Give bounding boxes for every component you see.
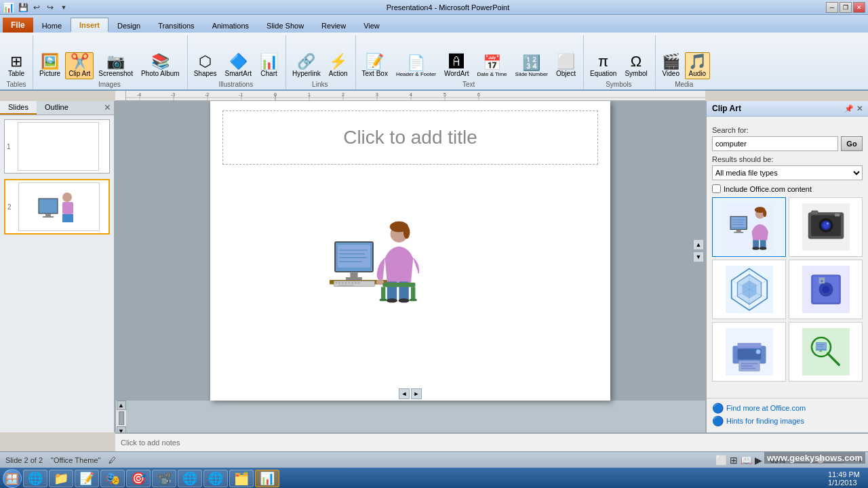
chart-button[interactable]: 📊 Chart xyxy=(256,52,281,79)
clip-art-item-2[interactable] xyxy=(789,197,863,257)
headerfooter-button[interactable]: 📄 Header & Footer xyxy=(393,54,439,79)
clipart-button[interactable]: ✂️ Clip Art xyxy=(65,52,94,79)
window-controls: ─ ❐ ✕ xyxy=(826,2,865,13)
taskbar-app1[interactable]: 🗂️ xyxy=(229,470,254,487)
smartart-button[interactable]: 🔷 SmartArt xyxy=(222,52,255,79)
hints-icon: 🔵 xyxy=(712,415,724,426)
include-office-label: Include Office.com content xyxy=(724,185,812,193)
video-button[interactable]: 🎬 Video xyxy=(658,52,684,79)
redo-btn[interactable]: ↪ xyxy=(44,1,56,14)
title-bar: 📊 💾 ↩ ↪ ▼ Presentation4 - Microsoft Powe… xyxy=(0,0,868,15)
tab-design[interactable]: Design xyxy=(108,18,149,33)
undo-btn[interactable]: ↩ xyxy=(31,1,43,14)
more-btn[interactable]: ▼ xyxy=(58,1,70,14)
action-button[interactable]: ⚡ Action xyxy=(326,52,351,79)
slides-panel-close[interactable]: ✕ xyxy=(101,101,114,115)
table-button[interactable]: ⊞ Table xyxy=(4,52,28,79)
wordart-icon: 🅰 xyxy=(449,54,464,69)
clip-art-item-4[interactable] xyxy=(789,260,863,319)
scroll-down[interactable]: ▼ xyxy=(693,251,704,262)
photoalbum-button[interactable]: 📚 Photo Album xyxy=(138,52,183,79)
restore-button[interactable]: ❐ xyxy=(840,2,852,13)
slide-thumb-2[interactable]: 2 xyxy=(4,179,110,235)
slidenumber-button[interactable]: 🔢 Slide Number xyxy=(512,54,551,79)
svg-text:2: 2 xyxy=(342,92,344,97)
minimize-button[interactable]: ─ xyxy=(826,2,838,13)
tab-slideshow[interactable]: Slide Show xyxy=(258,18,313,33)
notes-area[interactable]: Click to add notes xyxy=(115,432,868,451)
symbol-label: Symbol xyxy=(625,70,647,77)
shapes-button[interactable]: ⬡ Shapes xyxy=(191,52,220,79)
datetime-button[interactable]: 📅 Date & Time xyxy=(474,54,511,79)
title-placeholder[interactable]: Click to add title xyxy=(222,110,598,165)
taskbar-firefox[interactable]: 🌐 xyxy=(203,470,228,487)
panel-resize-handle[interactable]: ▲ ▼ xyxy=(115,401,126,432)
tab-home[interactable]: Home xyxy=(33,18,71,33)
scroll-right[interactable]: ► xyxy=(411,388,422,399)
include-office-checkbox[interactable] xyxy=(712,184,721,193)
clip-art-item-1[interactable] xyxy=(712,197,786,257)
taskbar-notepad[interactable]: 📝 xyxy=(75,470,99,487)
outline-tab[interactable]: Outline xyxy=(37,101,77,115)
equation-button[interactable]: π Equation xyxy=(587,52,620,79)
hyperlink-button[interactable]: 🔗 Hyperlink xyxy=(289,52,324,79)
view-grid-btn[interactable]: ⊞ xyxy=(730,455,738,466)
scroll-up[interactable]: ▲ xyxy=(693,239,704,250)
slide-thumb-1[interactable]: 1 xyxy=(4,119,110,174)
tab-animations[interactable]: Animations xyxy=(203,18,258,33)
view-slideshow-btn[interactable]: ▶ xyxy=(755,455,762,466)
textbox-button[interactable]: 📝 Text Box xyxy=(359,52,391,79)
audio-button[interactable]: 🎵 Audio xyxy=(685,52,710,79)
resize-down[interactable]: ▼ xyxy=(117,426,126,432)
resize-up[interactable]: ▲ xyxy=(117,401,126,410)
svg-text:-2: -2 xyxy=(205,92,209,97)
picture-button[interactable]: 🖼️ Picture xyxy=(36,52,64,79)
taskbar-explorer[interactable]: 📁 xyxy=(49,470,73,487)
close-button[interactable]: ✕ xyxy=(853,2,865,13)
tab-view[interactable]: View xyxy=(355,18,389,33)
clip-art-go-button[interactable]: Go xyxy=(841,136,863,151)
clip-art-image[interactable] xyxy=(319,209,427,318)
tab-review[interactable]: Review xyxy=(313,18,355,33)
watermark: www.geekyshows.com xyxy=(764,452,865,464)
svg-rect-52 xyxy=(342,282,344,283)
wordart-button[interactable]: 🅰 WordArt xyxy=(441,52,473,79)
clip-art-search-row: Go xyxy=(712,136,863,151)
clip-art-item-3[interactable] xyxy=(712,260,786,319)
object-button[interactable]: ⬜ Object xyxy=(553,52,579,79)
images-group-label: Images xyxy=(36,79,183,88)
taskbar-internet-explorer[interactable]: 🌐 xyxy=(23,470,47,487)
clip-art-search-input[interactable] xyxy=(712,136,838,151)
clip-art-panel-title: Clip Art xyxy=(712,104,741,113)
action-icon: ⚡ xyxy=(329,54,347,69)
taskbar-browser2[interactable]: 🌐 xyxy=(178,470,202,487)
scroll-left[interactable]: ◄ xyxy=(399,388,410,399)
svg-point-93 xyxy=(826,222,829,225)
view-reading-btn[interactable]: 📖 xyxy=(741,455,752,466)
taskbar-target[interactable]: 🎯 xyxy=(126,470,151,487)
clip-art-pin-btn[interactable]: 📌 xyxy=(844,104,854,113)
clip-art-close-btn[interactable]: ✕ xyxy=(856,104,863,113)
taskbar-video[interactable]: 📽️ xyxy=(152,470,176,487)
hints-link[interactable]: 🔵 Hints for finding images xyxy=(712,415,863,426)
symbol-button[interactable]: Ω Symbol xyxy=(621,52,650,79)
clip-art-item-5[interactable] xyxy=(712,322,786,382)
file-tab[interactable]: File xyxy=(3,18,33,33)
explorer-icon: 📁 xyxy=(54,471,68,486)
hints-label: Hints for finding images xyxy=(726,417,804,425)
view-normal-btn[interactable]: ⬜ xyxy=(715,455,727,466)
slides-tab[interactable]: Slides xyxy=(0,101,37,115)
start-button[interactable]: 🪟 xyxy=(3,469,22,488)
resize-handle[interactable] xyxy=(119,411,124,425)
tab-insert[interactable]: Insert xyxy=(71,18,108,33)
tab-transitions[interactable]: Transitions xyxy=(149,18,203,33)
clip-art-item-6[interactable] xyxy=(789,322,863,382)
taskbar-media[interactable]: 🎭 xyxy=(100,470,125,487)
find-more-link[interactable]: 🔵 Find more at Office.com xyxy=(712,403,863,413)
illustrations-group-label: Illustrations xyxy=(191,79,281,88)
clip-art-media-select[interactable]: All media file types Photographs Illustr… xyxy=(712,165,863,180)
taskbar-powerpoint-active[interactable]: 📊 xyxy=(255,470,279,487)
svg-point-62 xyxy=(376,279,384,285)
screenshot-button[interactable]: 📷 Screenshot xyxy=(95,52,136,79)
save-btn[interactable]: 💾 xyxy=(17,1,29,14)
